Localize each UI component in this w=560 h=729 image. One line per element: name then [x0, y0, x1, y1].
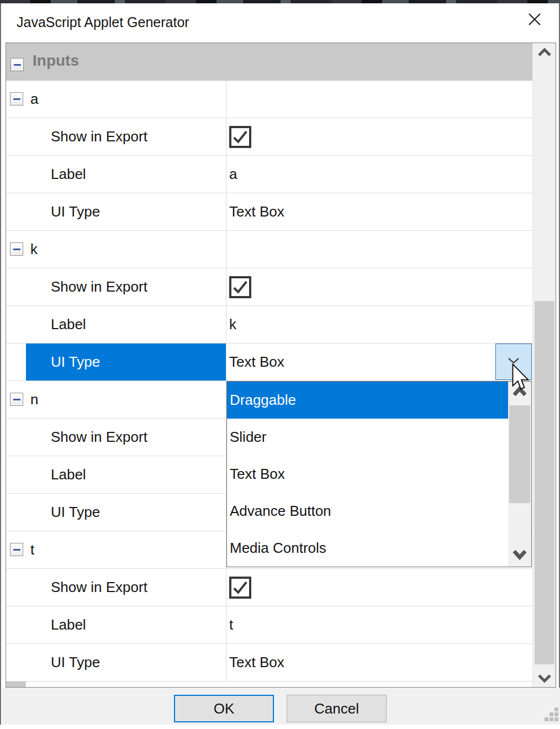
prop-row-label[interactable]: Label a	[6, 156, 532, 193]
row-gutter	[6, 456, 26, 493]
row-gutter	[6, 644, 26, 681]
row-gutter	[6, 569, 26, 606]
row-gutter	[6, 606, 26, 643]
row-gutter	[6, 344, 26, 381]
ok-button[interactable]: OK	[174, 695, 274, 722]
collapse-button[interactable]	[10, 543, 23, 556]
check-icon	[232, 579, 249, 596]
scrollbar-thumb[interactable]	[535, 301, 554, 664]
minus-icon	[14, 64, 21, 66]
collapse-button[interactable]	[10, 393, 23, 406]
minus-icon	[13, 399, 20, 400]
group-label: k	[26, 231, 226, 268]
group-label: a	[26, 81, 226, 118]
minus-icon	[13, 249, 20, 250]
value-cell[interactable]: t	[226, 606, 532, 643]
row-gutter	[6, 381, 26, 418]
value-cell[interactable]	[226, 81, 532, 118]
prop-row-ui-type[interactable]: UI Type Text Box	[6, 644, 532, 682]
value-cell[interactable]: a	[226, 156, 532, 193]
screen: JavaScript Applet Generator Inputs a	[0, 0, 560, 729]
scrollbar-thumb[interactable]	[509, 405, 530, 503]
dialog-window: JavaScript Applet Generator Inputs a	[0, 3, 560, 725]
value-cell[interactable]: Text Box	[226, 644, 532, 681]
grid-vertical-scrollbar[interactable]	[532, 43, 556, 687]
minus-icon	[13, 549, 20, 551]
property-label: Label	[26, 306, 226, 343]
category-label: Inputs	[33, 52, 79, 70]
value-cell[interactable]	[226, 231, 532, 268]
value-cell[interactable]: Text Box	[226, 193, 532, 230]
scroll-down-icon[interactable]	[537, 673, 552, 683]
category-header-inputs[interactable]: Inputs	[6, 43, 532, 81]
prop-row-ui-type[interactable]: UI Type Text Box	[6, 193, 532, 231]
cancel-button[interactable]: Cancel	[287, 695, 387, 722]
property-label: UI Type	[26, 344, 226, 381]
checkbox-checked[interactable]	[229, 577, 251, 599]
resize-grip[interactable]	[545, 707, 559, 722]
property-label: Show in Export	[26, 268, 226, 305]
prop-row-ui-type-selected[interactable]: UI Type Text Box	[6, 344, 532, 381]
scroll-down-icon[interactable]	[513, 549, 527, 560]
prop-row-show-in-export[interactable]: Show in Export	[6, 118, 532, 156]
collapse-button[interactable]	[10, 92, 23, 105]
row-gutter	[6, 193, 26, 230]
dropdown-item-slider[interactable]: Slider	[227, 419, 508, 456]
row-gutter	[6, 118, 26, 155]
dropdown-item-text-box[interactable]: Text Box	[227, 456, 508, 493]
property-label: UI Type	[26, 644, 226, 681]
property-label: Label	[26, 606, 226, 643]
row-gutter	[6, 531, 26, 568]
dropdown-scrollbar[interactable]	[508, 382, 531, 567]
window-title: JavaScript Applet Generator	[17, 14, 189, 30]
scroll-up-icon[interactable]	[537, 47, 552, 57]
value-cell[interactable]	[226, 569, 532, 606]
minus-icon	[13, 98, 20, 100]
row-gutter	[6, 306, 26, 343]
checkbox-checked[interactable]	[229, 276, 251, 298]
value-cell[interactable]	[226, 268, 532, 305]
mouse-cursor-icon	[512, 363, 529, 390]
property-label: Label	[26, 456, 226, 493]
property-label: UI Type	[26, 494, 226, 531]
group-row-k[interactable]: k	[6, 231, 532, 268]
ui-type-dropdown-list: Draggable Slider Text Box Advance Button…	[226, 381, 532, 567]
prop-row-show-in-export[interactable]: Show in Export	[6, 569, 532, 606]
collapse-button[interactable]	[10, 58, 24, 71]
value-cell[interactable]	[226, 118, 532, 155]
row-gutter	[6, 156, 26, 193]
collapse-button[interactable]	[10, 242, 23, 256]
property-label: Label	[26, 156, 226, 193]
value-cell[interactable]: Text Box	[226, 344, 532, 381]
group-row-a[interactable]: a	[6, 81, 532, 118]
dropdown-item-media-controls[interactable]: Media Controls	[227, 530, 508, 567]
property-label: Show in Export	[26, 118, 226, 155]
prop-row-label[interactable]: Label k	[6, 306, 532, 344]
close-icon[interactable]	[527, 12, 542, 27]
dropdown-item-advance-button[interactable]: Advance Button	[227, 493, 508, 530]
check-icon	[232, 279, 249, 295]
value-cell[interactable]: k	[226, 306, 532, 343]
dropdown-item-draggable[interactable]: Draggable	[227, 382, 508, 419]
property-label: Show in Export	[26, 569, 226, 606]
checkbox-checked[interactable]	[229, 126, 251, 148]
prop-row-show-in-export[interactable]: Show in Export	[6, 268, 532, 306]
row-gutter	[6, 231, 26, 268]
property-label: UI Type	[26, 193, 226, 230]
group-label: n	[26, 381, 226, 418]
property-label: Show in Export	[26, 419, 226, 456]
row-gutter	[6, 494, 26, 531]
row-gutter	[6, 268, 26, 305]
row-gutter	[6, 419, 26, 456]
prop-row-label[interactable]: Label t	[6, 606, 532, 644]
button-bar	[2, 688, 560, 725]
row-gutter	[6, 81, 26, 118]
group-label: t	[26, 531, 226, 568]
property-grid: Inputs a Show in Export Labe	[6, 43, 556, 688]
check-icon	[232, 129, 249, 145]
